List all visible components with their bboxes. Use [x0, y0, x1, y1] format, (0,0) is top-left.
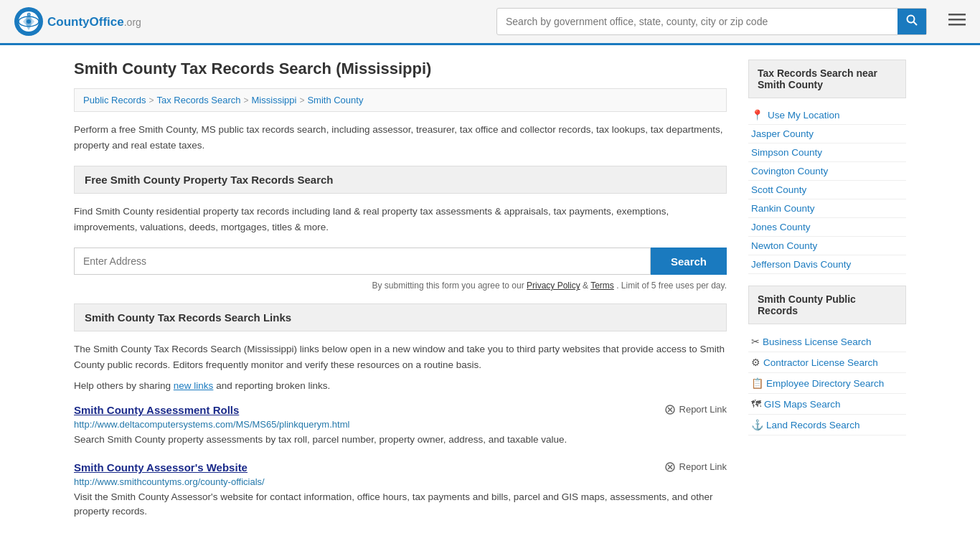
- sidebar-contractor-license: ⚙ Contractor License Search: [748, 352, 906, 373]
- breadcrumb-tax-records-search[interactable]: Tax Records Search: [156, 95, 240, 105]
- record-link-1: Smith County Assessment Rolls Report Lin…: [74, 404, 727, 447]
- global-search-input[interactable]: [497, 10, 897, 33]
- record-link-1-title[interactable]: Smith County Assessment Rolls: [74, 404, 239, 416]
- use-my-location-link[interactable]: Use My Location: [768, 110, 840, 121]
- breadcrumb-sep-2: >: [244, 95, 249, 105]
- breadcrumb-smith-county[interactable]: Smith County: [307, 95, 363, 105]
- land-records-link[interactable]: Land Records Search: [766, 420, 860, 430]
- sidebar: Tax Records Search near Smith County 📍 U…: [748, 60, 906, 533]
- sidebar-jefferson-davis-county: Jefferson Davis County: [748, 255, 906, 274]
- property-description: Find Smith County residential property t…: [74, 204, 727, 235]
- simpson-county-link[interactable]: Simpson County: [751, 147, 822, 158]
- breadcrumb-mississippi[interactable]: Mississippi: [252, 95, 297, 105]
- business-license-link[interactable]: Business License Search: [763, 336, 872, 347]
- main-layout: Smith County Tax Records Search (Mississ…: [60, 45, 920, 547]
- record-link-2-report-btn[interactable]: Report Link: [664, 461, 727, 473]
- breadcrumb-public-records[interactable]: Public Records: [83, 95, 146, 105]
- land-records-icon: ⚓: [751, 419, 763, 430]
- jones-county-link[interactable]: Jones County: [751, 222, 811, 232]
- book-icon: 📋: [751, 377, 763, 389]
- gear-icon: ⚙: [751, 357, 760, 368]
- report-icon-1: [664, 404, 676, 415]
- record-link-2-desc: Visit the Smith County Assessor's websit…: [74, 490, 727, 519]
- logo-org: .org: [124, 17, 141, 28]
- sidebar-jasper-county: Jasper County: [748, 125, 906, 143]
- breadcrumb-sep-1: >: [149, 95, 154, 105]
- rankin-county-link[interactable]: Rankin County: [751, 203, 815, 214]
- report-icon-2: [664, 461, 676, 473]
- sidebar-covington-county: Covington County: [748, 162, 906, 181]
- main-content: Smith County Tax Records Search (Mississ…: [74, 60, 727, 533]
- use-my-location-item[interactable]: 📍 Use My Location: [748, 105, 906, 125]
- share-text: Help others by sharing: [74, 380, 174, 391]
- svg-line-6: [914, 22, 918, 26]
- logo-office: Office: [90, 15, 124, 29]
- gis-maps-link[interactable]: GIS Maps Search: [764, 399, 841, 410]
- hamburger-menu-icon[interactable]: [948, 11, 966, 32]
- terms-link[interactable]: Terms: [590, 281, 614, 291]
- search-icon: [906, 14, 918, 26]
- record-link-1-url: http://www.deltacomputersystems.com/MS/M…: [74, 419, 727, 430]
- svg-rect-9: [948, 24, 966, 26]
- record-link-1-report-btn[interactable]: Report Link: [664, 404, 727, 415]
- jefferson-davis-county-link[interactable]: Jefferson Davis County: [751, 259, 851, 270]
- svg-rect-7: [948, 14, 966, 16]
- page-description: Perform a free Smith County, MS public t…: [74, 122, 727, 153]
- form-note-limit: . Limit of 5 free uses per day.: [616, 281, 727, 291]
- record-link-2-url: http://www.smithcountyms.org/county-offi…: [74, 476, 727, 487]
- logo-text: CountyOffice.org: [47, 14, 141, 29]
- sidebar-jones-county: Jones County: [748, 218, 906, 237]
- location-pin-icon: 📍: [751, 109, 763, 121]
- svg-point-5: [908, 16, 915, 23]
- record-link-2-report-text: Report Link: [679, 461, 727, 472]
- breadcrumb: Public Records > Tax Records Search > Mi…: [74, 88, 727, 112]
- logo[interactable]: ⚙ CountyOffice.org: [14, 7, 141, 36]
- record-link-2-header: Smith County Assessor's Website Report L…: [74, 461, 727, 474]
- sidebar-rankin-county: Rankin County: [748, 199, 906, 218]
- property-section-header: Free Smith County Property Tax Records S…: [74, 166, 727, 194]
- sidebar-land-records: ⚓ Land Records Search: [748, 415, 906, 435]
- record-link-2: Smith County Assessor's Website Report L…: [74, 461, 727, 519]
- jasper-county-link[interactable]: Jasper County: [751, 128, 814, 139]
- record-link-2-title[interactable]: Smith County Assessor's Website: [74, 461, 248, 474]
- header: ⚙ CountyOffice.org: [0, 0, 980, 45]
- global-search-bar: [496, 8, 927, 35]
- breadcrumb-sep-3: >: [299, 95, 304, 105]
- employee-directory-link[interactable]: Employee Directory Search: [766, 378, 884, 389]
- public-records-section-header: Smith County Public Records: [748, 286, 906, 324]
- covington-county-link[interactable]: Covington County: [751, 166, 828, 176]
- sidebar-simpson-county: Simpson County: [748, 143, 906, 162]
- svg-point-3: [27, 19, 31, 24]
- privacy-policy-link[interactable]: Privacy Policy: [527, 281, 580, 291]
- form-note-and: &: [583, 281, 590, 291]
- form-note: By submitting this form you agree to our…: [74, 281, 727, 291]
- logo-icon: ⚙: [14, 7, 43, 36]
- share-report-text: and reporting broken links.: [216, 380, 330, 391]
- property-search-button[interactable]: Search: [651, 248, 727, 275]
- sidebar-gis-maps: 🗺 GIS Maps Search: [748, 394, 906, 415]
- scott-county-link[interactable]: Scott County: [751, 184, 806, 195]
- newton-county-link[interactable]: Newton County: [751, 240, 817, 251]
- nearby-section-header: Tax Records Search near Smith County: [748, 60, 906, 98]
- address-input[interactable]: [74, 248, 651, 275]
- contractor-license-link[interactable]: Contractor License Search: [763, 357, 878, 368]
- sidebar-scott-county: Scott County: [748, 181, 906, 199]
- record-link-1-report-text: Report Link: [679, 404, 727, 415]
- page-title: Smith County Tax Records Search (Mississ…: [74, 60, 727, 78]
- new-links-link[interactable]: new links: [174, 380, 214, 391]
- map-icon: 🗺: [751, 398, 761, 410]
- sidebar-newton-county: Newton County: [748, 237, 906, 255]
- svg-text:⚙: ⚙: [27, 12, 31, 17]
- record-link-1-header: Smith County Assessment Rolls Report Lin…: [74, 404, 727, 416]
- share-note: Help others by sharing new links and rep…: [74, 380, 727, 391]
- svg-rect-8: [948, 19, 966, 21]
- record-link-1-desc: Search Smith County property assessments…: [74, 433, 727, 447]
- logo-county: County: [47, 15, 90, 29]
- form-note-text: By submitting this form you agree to our: [372, 281, 527, 291]
- sidebar-employee-directory: 📋 Employee Directory Search: [748, 373, 906, 394]
- links-section-desc: The Smith County Tax Records Search (Mis…: [74, 342, 727, 372]
- links-section-header: Smith County Tax Records Search Links: [74, 303, 727, 331]
- global-search-button[interactable]: [897, 9, 926, 34]
- address-form: Search: [74, 248, 727, 275]
- sidebar-business-license: ✂ Business License Search: [748, 331, 906, 352]
